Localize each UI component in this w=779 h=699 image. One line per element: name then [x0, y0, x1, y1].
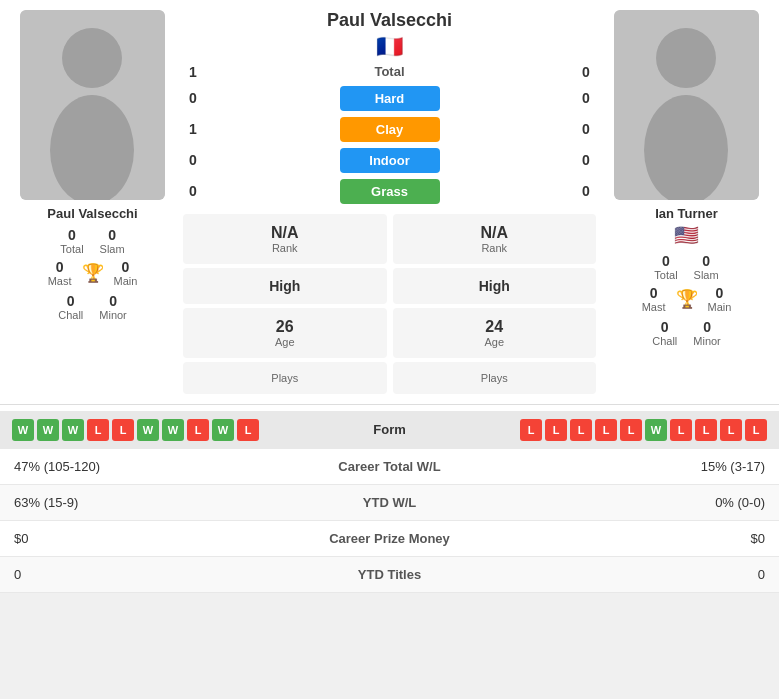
- form-badge-p1: L: [187, 419, 209, 441]
- svg-point-5: [644, 95, 728, 200]
- plays-row-container: Plays Plays: [183, 362, 596, 394]
- player1-chall: 0 Chall: [58, 293, 83, 321]
- age-row-container: 26 Age 24 Age: [183, 308, 596, 358]
- p1-plays-box: Plays: [183, 362, 387, 394]
- p1-high-box: High: [183, 268, 387, 304]
- ytd-wl-p2: 0% (0-0): [490, 485, 780, 520]
- career-prize-p1: $0: [0, 521, 290, 556]
- career-wl-p2: 15% (3-17): [490, 449, 780, 484]
- form-badges-player2: LLLLLWLLLL: [440, 419, 768, 441]
- svg-point-2: [50, 95, 134, 200]
- form-badge-p1: L: [112, 419, 134, 441]
- player1-slam: 0 Slam: [100, 227, 125, 255]
- p2-high-box: High: [393, 268, 597, 304]
- form-badge-p2: L: [545, 419, 567, 441]
- player1-name: Paul Valsecchi: [47, 206, 137, 221]
- grass-row: 0 Grass 0: [183, 179, 596, 204]
- player1-name-center: Paul Valsecchi: [327, 10, 452, 32]
- ytd-wl-row: 63% (15-9) YTD W/L 0% (0-0): [0, 485, 779, 521]
- player2-card: Ian Turner 🇺🇸 0 Total 0 Slam 0 Mast: [604, 10, 769, 394]
- ytd-titles-label: YTD Titles: [290, 557, 490, 592]
- form-badge-p2: L: [595, 419, 617, 441]
- form-badge-p2: L: [520, 419, 542, 441]
- high-row-container: High High: [183, 268, 596, 304]
- player2-name: Ian Turner 🇺🇸: [655, 206, 718, 247]
- divider1: [0, 404, 779, 405]
- player2-chall: 0 Chall: [652, 319, 677, 347]
- player2-total: 0 Total: [654, 253, 677, 281]
- player2-slam: 0 Slam: [694, 253, 719, 281]
- form-badge-p1: L: [87, 419, 109, 441]
- form-badge-p1: L: [237, 419, 259, 441]
- player1-main: 0 Main: [114, 259, 138, 287]
- ytd-titles-p1: 0: [0, 557, 290, 592]
- form-badges-player1: WWWLLWWLWL: [12, 419, 340, 441]
- career-prize-row: $0 Career Prize Money $0: [0, 521, 779, 557]
- form-badge-p1: W: [137, 419, 159, 441]
- form-badge-p2: L: [695, 419, 717, 441]
- total-row: 1 Total 0: [183, 64, 596, 80]
- career-wl-p1: 47% (105-120): [0, 449, 290, 484]
- player2-trophy-row: 0 Mast 🏆 0 Main: [642, 285, 732, 313]
- player2-main: 0 Main: [708, 285, 732, 313]
- form-badge-p1: W: [12, 419, 34, 441]
- ytd-wl-label: YTD W/L: [290, 485, 490, 520]
- player2-stats-row3: 0 Chall 0 Minor: [652, 319, 721, 347]
- form-badge-p2: L: [720, 419, 742, 441]
- main-container: Paul Valsecchi 0 Total 0 Slam 0 Mast 🏆: [0, 0, 779, 593]
- player2-avatar: [614, 10, 759, 200]
- hard-row: 0 Hard 0: [183, 86, 596, 111]
- p2-plays-box: Plays: [393, 362, 597, 394]
- ytd-titles-p2: 0: [490, 557, 780, 592]
- center-panel: Paul Valsecchi 🇫🇷 1 Total 0 0 Hard 0: [183, 10, 596, 394]
- p2-age-box: 24 Age: [393, 308, 597, 358]
- player2-stats-row1: 0 Total 0 Slam: [654, 253, 718, 281]
- player-top-section: Paul Valsecchi 0 Total 0 Slam 0 Mast 🏆: [0, 0, 779, 404]
- form-badge-p1: W: [162, 419, 184, 441]
- form-badge-p1: W: [62, 419, 84, 441]
- player1-mast: 0 Mast: [48, 259, 72, 287]
- player1-trophy-row: 0 Mast 🏆 0 Main: [48, 259, 138, 287]
- career-prize-p2: $0: [490, 521, 780, 556]
- p2-rank-box: N/A Rank: [393, 214, 597, 264]
- p1-age-box: 26 Age: [183, 308, 387, 358]
- career-wl-row: 47% (105-120) Career Total W/L 15% (3-17…: [0, 449, 779, 485]
- stats-section: 47% (105-120) Career Total W/L 15% (3-17…: [0, 449, 779, 593]
- form-badge-p2: W: [645, 419, 667, 441]
- player2-mast: 0 Mast: [642, 285, 666, 313]
- player2-minor: 0 Minor: [693, 319, 721, 347]
- form-badge-p2: L: [745, 419, 767, 441]
- surface-section: 1 Total 0 0 Hard 0 1 Clay 0 0: [183, 64, 596, 210]
- player2-flag: 🇺🇸: [655, 223, 718, 247]
- form-badge-p1: W: [37, 419, 59, 441]
- form-label: Form: [340, 422, 440, 437]
- indoor-row: 0 Indoor 0: [183, 148, 596, 173]
- p1-rank-box: N/A Rank: [183, 214, 387, 264]
- trophy-icon-1: 🏆: [82, 262, 104, 284]
- form-badge-p2: L: [570, 419, 592, 441]
- trophy-icon-2: 🏆: [676, 288, 698, 310]
- player2-silhouette: [614, 10, 759, 200]
- form-badge-p1: W: [212, 419, 234, 441]
- player1-minor: 0 Minor: [99, 293, 127, 321]
- clay-row: 1 Clay 0: [183, 117, 596, 142]
- form-section: WWWLLWWLWL Form LLLLLWLLLL: [0, 411, 779, 449]
- career-wl-label: Career Total W/L: [290, 449, 490, 484]
- player1-stats-row1: 0 Total 0 Slam: [60, 227, 124, 255]
- ytd-wl-p1: 63% (15-9): [0, 485, 290, 520]
- form-badge-p2: L: [620, 419, 642, 441]
- player1-stats-row3: 0 Chall 0 Minor: [58, 293, 127, 321]
- form-badge-p2: L: [670, 419, 692, 441]
- svg-point-1: [62, 28, 122, 88]
- player1-total: 0 Total: [60, 227, 83, 255]
- player1-flag: 🇫🇷: [376, 34, 403, 60]
- svg-point-4: [656, 28, 716, 88]
- career-prize-label: Career Prize Money: [290, 521, 490, 556]
- center-inner-stats: N/A Rank N/A Rank: [183, 214, 596, 264]
- player1-silhouette: [20, 10, 165, 200]
- player1-card: Paul Valsecchi 0 Total 0 Slam 0 Mast 🏆: [10, 10, 175, 394]
- player1-avatar: [20, 10, 165, 200]
- ytd-titles-row: 0 YTD Titles 0: [0, 557, 779, 593]
